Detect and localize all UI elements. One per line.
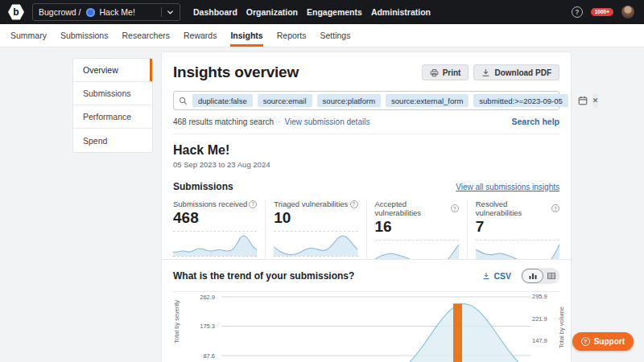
org-switcher[interactable]: Bugcrowd / Hack Me! bbox=[32, 3, 180, 21]
sidebar-item-spend[interactable]: Spend bbox=[73, 129, 152, 152]
metric-accepted-vulnerabilities: Accepted vulnerabilities ? 16 bbox=[366, 200, 467, 265]
support-label: Support bbox=[594, 337, 625, 346]
y-axis-tick-right: 221.9 bbox=[532, 315, 547, 323]
bar-chart-view-button[interactable] bbox=[522, 269, 543, 283]
y-axis-ticks-left: 262.9175.387.6 bbox=[173, 289, 217, 362]
metric-submissions-received: Submissions received ? 468 bbox=[173, 200, 265, 265]
table-view-button[interactable] bbox=[547, 273, 555, 279]
filter-chip-source-external-form[interactable]: source:external_form bbox=[386, 94, 469, 107]
bar-chart-icon bbox=[529, 273, 537, 279]
topbar: b Bugcrowd / Hack Me! Dashboard Organiza… bbox=[0, 0, 644, 24]
info-icon[interactable]: ? bbox=[350, 200, 358, 208]
info-icon[interactable]: ? bbox=[451, 204, 459, 212]
metric-label: Resolved vulnerabilities bbox=[476, 200, 551, 217]
logo-glyph: b bbox=[13, 6, 19, 18]
metric-label: Triaged vulnerabilities bbox=[274, 200, 348, 208]
tab-settings[interactable]: Settings bbox=[320, 24, 350, 47]
program-nav: Summary Submissions Researchers Rewards … bbox=[0, 24, 644, 47]
help-icon[interactable]: ? bbox=[572, 6, 583, 18]
y-axis-tick-right: 147.9 bbox=[532, 337, 547, 344]
print-button[interactable]: Print bbox=[422, 64, 469, 80]
info-icon[interactable]: ? bbox=[249, 200, 257, 208]
divider bbox=[173, 134, 559, 134]
question-glyph: ? bbox=[554, 206, 557, 212]
tab-submissions[interactable]: Submissions bbox=[60, 24, 109, 47]
bugcrowd-insights-screen: b Bugcrowd / Hack Me! Dashboard Organiza… bbox=[0, 0, 644, 362]
content: Overview Submissions Performance Spend I… bbox=[0, 47, 644, 362]
question-glyph: ? bbox=[353, 201, 356, 207]
question-glyph: ? bbox=[575, 8, 579, 16]
filter-chip-source-platform[interactable]: source:platform bbox=[317, 94, 381, 107]
question-glyph: ? bbox=[584, 339, 587, 344]
tab-rewards[interactable]: Rewards bbox=[184, 24, 217, 47]
insights-sidebar: Overview Submissions Performance Spend bbox=[72, 58, 153, 153]
view-all-submissions-insights-link[interactable]: View all submissions insights bbox=[456, 183, 559, 191]
trend-plot bbox=[221, 289, 530, 362]
clear-search-button[interactable]: ✕ bbox=[592, 93, 599, 108]
metric-value: 16 bbox=[375, 218, 459, 236]
y-axis-tick-left: 175.3 bbox=[200, 323, 215, 330]
question-glyph: ? bbox=[453, 206, 456, 212]
metrics-row: Submissions received ? 468 Triaged vulne… bbox=[173, 200, 559, 265]
sparkline-chart bbox=[173, 232, 257, 256]
y-axis-label-right: Total by volume bbox=[558, 306, 565, 348]
search-icon bbox=[179, 97, 188, 105]
page-title: Insights overview bbox=[173, 64, 299, 81]
sidebar-item-submissions[interactable]: Submissions bbox=[73, 82, 152, 105]
question-icon: ? bbox=[581, 337, 590, 346]
insights-overview-card: Insights overview Print Download PDF bbox=[161, 51, 572, 274]
user-avatar[interactable] bbox=[621, 6, 634, 19]
sidebar-item-performance[interactable]: Performance bbox=[73, 105, 152, 129]
nav-engagements[interactable]: Engagements bbox=[307, 7, 362, 17]
printer-icon bbox=[430, 68, 439, 77]
tab-insights[interactable]: Insights bbox=[230, 24, 262, 47]
top-nav: Dashboard Organization Engagements Admin… bbox=[193, 7, 431, 17]
nav-dashboard[interactable]: Dashboard bbox=[193, 7, 237, 17]
download-icon bbox=[482, 272, 490, 280]
sidebar-item-overview[interactable]: Overview bbox=[73, 59, 152, 82]
bugcrowd-logo[interactable]: b bbox=[8, 4, 24, 20]
view-submission-details-link[interactable]: View submission details bbox=[284, 117, 369, 126]
submissions-trend-card: What is the trend of your submissions? C… bbox=[161, 259, 572, 362]
y-axis-tick-right: 295.9 bbox=[532, 293, 547, 300]
results-count: 468 results matching search bbox=[173, 117, 274, 126]
nav-administration[interactable]: Administration bbox=[371, 7, 431, 17]
program-name-heading: Hack Me! bbox=[173, 143, 559, 158]
tab-summary[interactable]: Summary bbox=[10, 24, 47, 47]
trend-chart: Total by severity 262.9175.387.6 295.922… bbox=[173, 289, 559, 362]
chevron-down-icon bbox=[167, 9, 174, 15]
filter-chip-duplicate[interactable]: duplicate:false bbox=[192, 94, 253, 107]
project-name: Hack Me! bbox=[100, 7, 135, 17]
table-icon bbox=[547, 273, 555, 279]
notifications-badge[interactable]: 1000+ bbox=[591, 8, 613, 17]
sparkline-chart bbox=[274, 232, 357, 256]
filter-chip-submitted-date[interactable]: submitted:>=2023-09-05 bbox=[473, 94, 568, 107]
tab-reports[interactable]: Reports bbox=[277, 24, 307, 47]
y-axis-tick-left: 262.9 bbox=[200, 294, 215, 301]
csv-download-link[interactable]: CSV bbox=[482, 271, 511, 281]
download-pdf-label: Download PDF bbox=[494, 68, 551, 77]
search-help-link[interactable]: Search help bbox=[511, 117, 559, 126]
question-glyph: ? bbox=[251, 201, 254, 207]
date-range: 05 Sep 2023 to 23 Aug 2024 bbox=[173, 160, 559, 169]
support-button[interactable]: ? Support bbox=[572, 332, 634, 351]
nav-organization[interactable]: Organization bbox=[246, 7, 298, 17]
metric-label: Accepted vulnerabilities bbox=[375, 200, 451, 217]
submissions-heading: Submissions bbox=[173, 181, 233, 192]
search-bar[interactable]: duplicate:false source:email source:plat… bbox=[173, 91, 559, 110]
calendar-icon[interactable] bbox=[578, 96, 588, 105]
filter-chip-source-email[interactable]: source:email bbox=[258, 94, 312, 107]
metric-label: Submissions received bbox=[173, 200, 247, 208]
csv-label: CSV bbox=[493, 271, 511, 281]
tab-researchers[interactable]: Researchers bbox=[122, 24, 170, 47]
download-icon bbox=[481, 68, 490, 77]
download-pdf-button[interactable]: Download PDF bbox=[473, 64, 559, 80]
metric-triaged-vulnerabilities: Triaged vulnerabilities ? 10 bbox=[265, 200, 365, 265]
project-avatar bbox=[86, 8, 95, 17]
print-label: Print bbox=[443, 68, 461, 77]
close-icon: ✕ bbox=[592, 97, 599, 105]
metric-resolved-vulnerabilities: Resolved vulnerabilities ? 7 bbox=[467, 200, 559, 265]
metric-value: 7 bbox=[476, 218, 559, 236]
info-icon[interactable]: ? bbox=[551, 204, 559, 212]
trend-question: What is the trend of your submissions? bbox=[173, 270, 354, 282]
